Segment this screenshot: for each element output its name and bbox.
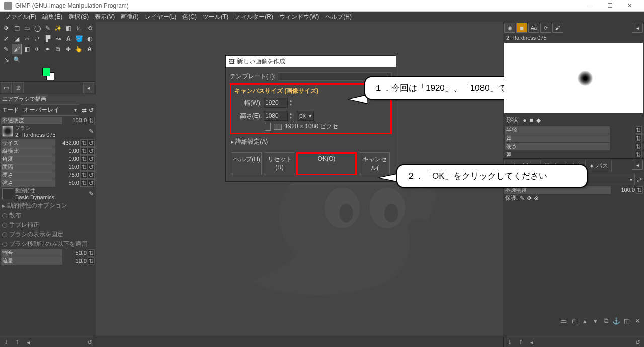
tool-perspective[interactable]: ▱ (22, 33, 32, 44)
tool-gradient[interactable]: ◐ (84, 33, 95, 44)
ok-button[interactable]: OK(O) (296, 152, 357, 175)
tool-align[interactable]: ◫ (12, 23, 22, 33)
reset-options-icon[interactable]: ↺ (86, 338, 94, 346)
merge-layer-button[interactable]: ⚓ (612, 316, 621, 325)
device-status-tab[interactable]: ⎚ (13, 82, 24, 93)
tool-bucket[interactable]: 🪣 (74, 33, 85, 44)
tool-rotate[interactable]: ⟲ (84, 23, 95, 33)
tool-ellipse-select[interactable]: ◯ (32, 23, 43, 33)
tool-rect-select[interactable]: ▭ (22, 23, 32, 33)
tool-paintbrush[interactable]: 🖌 (12, 44, 22, 54)
tool-by-color[interactable]: ◧ (63, 23, 74, 33)
tool-cage[interactable]: ▛ (43, 33, 53, 44)
jitter-checkbox[interactable] (2, 223, 7, 228)
menu-filters[interactable]: フィルター(R) (232, 12, 276, 22)
tool-ink[interactable]: ✒ (43, 44, 53, 54)
tool-text[interactable]: A (63, 33, 74, 44)
foreground-color[interactable] (42, 68, 50, 76)
width-input[interactable] (264, 98, 288, 108)
layers-dock-menu-icon[interactable]: ◂ (632, 160, 643, 170)
dock-menu-icon[interactable]: ◂ (83, 82, 94, 93)
minimize-button[interactable]: ─ (580, 2, 600, 9)
opacity-label[interactable]: 不透明度 (1, 117, 62, 124)
layer-group-button[interactable]: 🗀 (570, 316, 579, 325)
height-spinner[interactable]: ▴▾ (290, 112, 295, 120)
shape-circle[interactable]: ● (523, 117, 526, 124)
dock-menu-right-icon[interactable]: ◂ (632, 23, 643, 33)
tool-flip[interactable]: ⇄ (32, 33, 43, 44)
dynamics-edit-icon[interactable]: ✎ (89, 190, 94, 197)
delete-layer-button[interactable]: ✕ (633, 316, 642, 325)
shape-square[interactable]: ■ (530, 117, 533, 124)
raise-layer-button[interactable]: ▴ (580, 316, 589, 325)
tool-scale[interactable]: ⤢ (1, 33, 12, 44)
tool-warp[interactable]: ↝ (53, 33, 63, 44)
lock-pixels-icon[interactable]: ✎ (520, 195, 525, 202)
extra-slider[interactable]: 棘 (505, 151, 610, 158)
menu-file[interactable]: ファイル(F) (2, 12, 39, 22)
lock-position-icon[interactable]: ✥ (527, 195, 532, 202)
opacity-spin[interactable]: ⇅ (88, 117, 95, 124)
dynamics-icon[interactable] (2, 188, 13, 199)
fonts-tab[interactable]: Aa (528, 23, 539, 33)
layer-list[interactable] (504, 203, 643, 314)
mode-dropdown[interactable]: オーバーレイ▾ (21, 104, 79, 116)
menu-layer[interactable]: レイヤー(L) (142, 12, 179, 22)
tool-crop[interactable]: ⟀ (74, 23, 85, 33)
height-input[interactable] (264, 111, 288, 121)
cancel-button[interactable]: キャンセル( (360, 152, 390, 175)
tool-shear[interactable]: ◪ (12, 33, 22, 44)
tool-options-tab[interactable]: ▭ (1, 82, 12, 93)
help-button[interactable]: ヘルプ(H) (232, 152, 262, 175)
tool-path[interactable]: ↘ (1, 54, 12, 65)
menu-select[interactable]: 選択(S) (66, 12, 91, 22)
paint-dynamics-tab[interactable]: 🖌 (552, 23, 564, 33)
reset-mode-icon[interactable]: ↺ (89, 107, 94, 114)
new-layer-button[interactable]: ▭ (559, 316, 568, 325)
menu-edit[interactable]: 編集(E) (40, 12, 65, 22)
tool-heal[interactable]: ✚ (63, 44, 74, 54)
tool-airbrush[interactable]: ✈ (32, 44, 43, 54)
tool-fuzzy-select[interactable]: ✨ (53, 23, 63, 33)
tool-clone[interactable]: ⧉ (53, 44, 63, 54)
tool-pencil[interactable]: ✎ (1, 44, 12, 54)
tool-free-select[interactable]: ✎ (43, 23, 53, 33)
lock-brush-checkbox[interactable] (2, 232, 7, 237)
shape-diamond[interactable]: ◆ (536, 117, 541, 124)
scatter-checkbox[interactable] (2, 213, 7, 218)
menu-view[interactable]: 表示(V) (92, 12, 117, 22)
color-swatch[interactable] (0, 66, 96, 81)
save-options-icon[interactable]: ⤓ (2, 338, 10, 346)
patterns-tab[interactable]: ◼ (516, 23, 527, 33)
lock-alpha-icon[interactable]: ※ (534, 195, 539, 202)
width-spinner[interactable]: ▴▾ (290, 99, 295, 107)
swap-mode-icon[interactable]: ⇄ (82, 107, 87, 114)
brush-edit-icon[interactable]: ✎ (89, 128, 94, 135)
portrait-icon[interactable] (265, 123, 271, 131)
history-tab[interactable]: ⟳ (540, 23, 551, 33)
menu-image[interactable]: 画像(I) (118, 12, 141, 22)
reset-brush-icon[interactable]: ↺ (634, 338, 642, 346)
advanced-expander[interactable]: ▸ 詳細設定(A) (230, 134, 392, 149)
reset-size-icon[interactable]: ↺ (88, 139, 95, 147)
menu-tools[interactable]: ツール(T) (200, 12, 231, 22)
maximize-button[interactable]: ☐ (600, 2, 620, 9)
tool-dodge[interactable]: A (84, 44, 95, 54)
brushes-tab[interactable]: ◉ (504, 23, 515, 33)
lower-layer-button[interactable]: ▾ (591, 316, 600, 325)
unit-dropdown[interactable]: px▾ (297, 111, 314, 121)
restore-brush-icon[interactable]: ⤒ (517, 338, 525, 346)
landscape-icon[interactable] (274, 124, 282, 130)
reset-button[interactable]: リセット(R) (265, 152, 294, 175)
duplicate-layer-button[interactable]: ⧉ (601, 316, 610, 325)
brush-move-checkbox[interactable] (2, 242, 7, 247)
restore-options-icon[interactable]: ⤒ (13, 338, 21, 346)
brush-preview-icon[interactable] (2, 126, 13, 137)
menu-colors[interactable]: 色(C) (180, 12, 199, 22)
close-button[interactable]: ✕ (620, 2, 640, 9)
dialog-titlebar[interactable]: 🖼 新しい画像を作成 (226, 56, 396, 67)
menu-windows[interactable]: ウィンドウ(W) (277, 12, 321, 22)
menu-help[interactable]: ヘルプ(H) (323, 12, 354, 22)
delete-options-icon[interactable]: ◂ (24, 338, 32, 346)
tool-smudge[interactable]: 👆 (74, 44, 85, 54)
